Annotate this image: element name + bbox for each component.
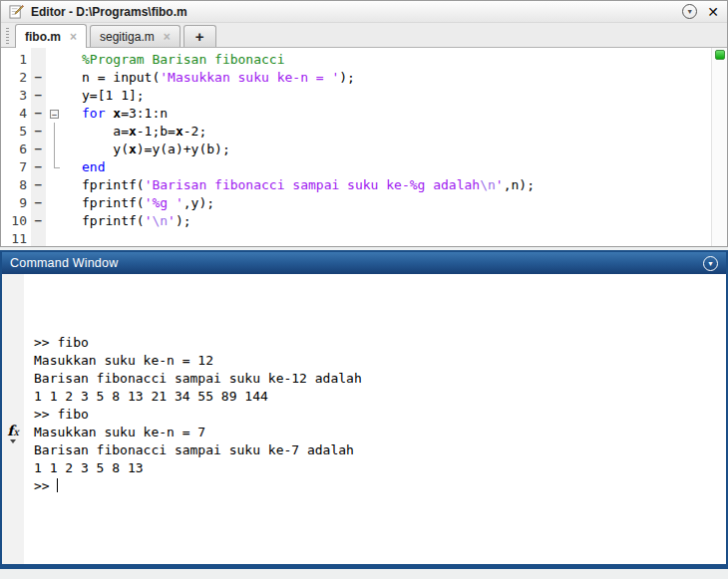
command-window-gutter: fx	[2, 274, 24, 564]
command-window-titlebar: Command Window ▼	[2, 252, 726, 274]
line-number: 3	[1, 87, 27, 105]
console-line: Masukkan suku ke-n = 12	[34, 352, 726, 370]
code-line: fprintf('%g ',y);	[82, 194, 727, 212]
code-line: a=x-1;b=x-2;	[82, 123, 727, 141]
line-number: 7	[1, 158, 27, 176]
fold-margin	[46, 212, 64, 230]
breakpoint-dash[interactable]: −	[31, 141, 46, 158]
line-number: 8	[1, 176, 27, 194]
matlab-desktop: { "editor": { "title": "Editor - D:\\Pro…	[0, 0, 728, 579]
tab-fibo[interactable]: fibo.m ×	[15, 24, 87, 48]
breakpoint-dash[interactable]: −	[31, 158, 46, 176]
prompt-label: >>	[34, 478, 57, 493]
breakpoint-dash[interactable]: −	[31, 123, 46, 141]
code-text[interactable]: %Program Barisan fibonaccin = input('Mas…	[64, 48, 727, 246]
tab-label: segitiga.m	[100, 30, 155, 44]
console-line: 1 1 2 3 5 8 13 21 34 55 89 144	[34, 388, 726, 406]
fold-margin	[46, 158, 64, 176]
code-fold-toggle[interactable]: −	[46, 105, 64, 123]
code-line: for x=3:1:n	[82, 105, 727, 123]
console-line: Barisan fibonacci sampai suku ke-12 adal…	[34, 370, 726, 388]
code-line: fprintf('\n');	[82, 212, 727, 230]
command-window-panel: Command Window ▼ fx >> fiboMasukkan suku…	[0, 250, 728, 569]
annotation-strip	[711, 48, 727, 246]
fold-margin	[46, 141, 64, 158]
tab-close-icon[interactable]: ×	[70, 31, 77, 43]
command-window-menu-icon[interactable]: ▼	[703, 256, 718, 271]
code-line: %Program Barisan fibonacci	[82, 51, 727, 69]
code-line: y=[1 1];	[82, 87, 727, 105]
line-number: 6	[1, 141, 27, 158]
code-fold-gutter: −	[46, 48, 64, 246]
breakpoint-dash[interactable]: −	[31, 87, 46, 105]
command-window-content[interactable]: fx >> fiboMasukkan suku ke-n = 12Barisan…	[2, 274, 726, 564]
console-line: Barisan fibonacci sampai suku ke-7 adala…	[34, 441, 726, 459]
code-editor-area[interactable]: 1234567891011 −−−−−−−−− − %Program Baris…	[1, 48, 727, 246]
breakpoint-dash[interactable]	[31, 51, 46, 69]
breakpoint-dash[interactable]: −	[31, 212, 46, 230]
breakpoint-dash[interactable]: −	[31, 194, 46, 212]
line-number: 4	[1, 105, 27, 123]
breakpoint-dash[interactable]: −	[31, 69, 46, 87]
line-number: 10	[1, 212, 27, 230]
breakpoint-gutter[interactable]: −−−−−−−−−	[31, 48, 46, 246]
fold-margin	[46, 87, 64, 105]
console-output[interactable]: >> fiboMasukkan suku ke-n = 12Barisan fi…	[24, 274, 726, 564]
fold-margin	[46, 194, 64, 212]
tab-bar-grip-handle[interactable]	[5, 28, 10, 44]
editor-menu-icon[interactable]: ▼	[682, 4, 697, 19]
fold-margin	[46, 51, 64, 69]
tab-label: fibo.m	[25, 30, 61, 44]
tab-close-icon[interactable]: ×	[164, 31, 171, 43]
fold-margin	[46, 69, 64, 87]
code-line: n = input('Masukkan suku ke-n = ');	[82, 69, 727, 87]
line-number-gutter: 1234567891011	[1, 48, 31, 246]
line-number: 5	[1, 123, 27, 141]
console-line: Masukkan suku ke-n = 7	[34, 424, 726, 441]
breakpoint-dash[interactable]: −	[31, 176, 46, 194]
tab-segitiga[interactable]: segitiga.m ×	[90, 25, 181, 47]
editor-panel: Editor - D:\Programs\fibo.m ▼ ✕ fibo.m ×…	[0, 0, 728, 247]
line-number: 1	[1, 51, 27, 69]
code-analyzer-indicator[interactable]	[715, 50, 725, 60]
fold-margin	[46, 176, 64, 194]
new-tab-button[interactable]: +	[183, 25, 216, 47]
console-line: >> fibo	[34, 334, 726, 352]
breakpoint-dash[interactable]	[31, 230, 46, 246]
editor-pencil-icon	[9, 4, 24, 19]
fx-dropdown-arrow	[10, 439, 16, 443]
fold-margin	[46, 230, 64, 246]
code-line: end	[82, 158, 727, 176]
line-number: 11	[1, 230, 27, 246]
text-cursor	[57, 478, 58, 492]
command-window-title: Command Window	[10, 256, 118, 270]
code-line: fprintf('Barisan fibonacci sampai suku k…	[82, 176, 727, 194]
fold-margin	[46, 123, 64, 141]
editor-titlebar: Editor - D:\Programs\fibo.m ▼ ✕	[1, 1, 727, 23]
code-line	[82, 230, 727, 246]
code-line: y(x)=y(a)+y(b);	[82, 141, 727, 158]
editor-close-icon[interactable]: ✕	[707, 5, 719, 19]
console-line: >> fibo	[34, 406, 726, 424]
line-number: 9	[1, 194, 27, 212]
line-number: 2	[1, 69, 27, 87]
console-line: 1 1 2 3 5 8 13	[34, 459, 726, 477]
breakpoint-dash[interactable]: −	[31, 105, 46, 123]
editor-title: Editor - D:\Programs\fibo.m	[31, 5, 187, 19]
editor-tab-bar: fibo.m × segitiga.m × +	[1, 23, 727, 48]
console-prompt-line[interactable]: >>	[34, 477, 726, 495]
function-hints-button[interactable]: fx	[4, 424, 22, 443]
